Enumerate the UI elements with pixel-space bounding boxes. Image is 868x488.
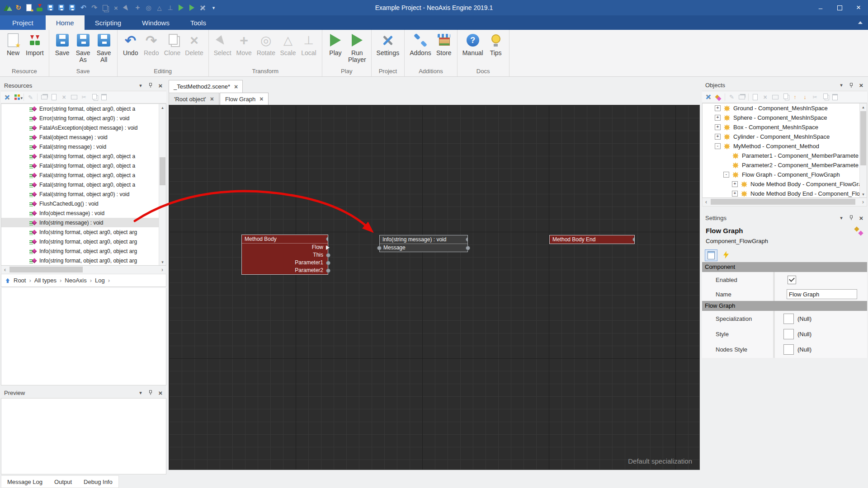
expander-icon[interactable]: + [715,115,721,121]
tab-flow-graph[interactable]: Flow Graph [220,93,269,105]
close-panel-icon[interactable] [158,83,163,88]
new-file-icon[interactable] [24,2,34,13]
save-all-button[interactable]: SaveAll [94,31,114,64]
panel-menu-icon[interactable] [839,83,844,88]
scroll-right-icon[interactable] [859,198,867,206]
output-pin-icon[interactable] [326,261,330,265]
tab-testmethod2-scene[interactable]: _TestMethod2.scene* [169,80,243,93]
local-transform-icon[interactable] [165,2,175,13]
panel-menu-icon[interactable] [138,83,143,88]
run-player-icon[interactable] [187,2,197,13]
output-pin-icon[interactable] [466,246,470,250]
resources-tree[interactable]: Error(string format, object arg0, object… [1,103,166,266]
scroll-left-icon[interactable] [1,266,9,273]
scroll-down-icon[interactable] [860,191,867,197]
up-level-icon[interactable] [5,278,10,283]
resource-item[interactable]: FlushCachedLog() : void [1,199,166,208]
reference-value-box[interactable] [783,344,794,355]
expander-icon[interactable]: + [715,134,721,140]
move-up-icon[interactable] [791,93,799,101]
save-as-button[interactable]: SaveAs [73,31,93,64]
manual-button[interactable]: Manual [461,31,485,57]
delete-icon[interactable] [60,93,68,101]
play-icon[interactable] [176,2,186,13]
breadcrumb-item-log[interactable]: Log [95,277,110,284]
tab-debug-info[interactable]: Debug Info [78,476,118,488]
node-info-string-message[interactable]: Info(string message) : void Message [379,235,468,252]
close-panel-icon[interactable] [158,390,163,395]
tab-output[interactable]: Output [48,476,78,488]
reference-value-box[interactable] [783,329,794,339]
new-button[interactable]: New [3,31,23,57]
new-object-icon[interactable] [751,93,760,101]
panel-menu-icon[interactable] [138,390,143,395]
refresh-icon[interactable] [14,2,23,13]
edit-icon[interactable] [727,93,736,101]
reference-value-box[interactable] [783,314,794,324]
copy-icon[interactable] [821,93,829,101]
minimize-button[interactable] [811,0,830,15]
paste-icon[interactable] [99,93,108,101]
scrollbar-thumb[interactable] [711,199,855,205]
enabled-checkbox[interactable] [788,276,796,284]
tab-project[interactable]: Project [0,15,46,30]
select-button[interactable]: Select [212,31,233,57]
maximize-button[interactable] [830,0,849,15]
tab-events[interactable] [720,249,732,260]
pin-icon[interactable] [148,390,153,395]
resource-item[interactable]: Fatal(string format, object arg0, object… [1,151,166,161]
objects-tree[interactable]: +Ground - Component_MeshInSpace +Sphere … [702,103,867,198]
select-icon[interactable] [122,2,132,13]
output-pin-icon[interactable] [632,237,634,242]
play-button[interactable]: Play [326,31,345,57]
redo-icon[interactable] [90,2,99,13]
duplicate-icon[interactable] [737,93,746,101]
tab-root-object[interactable]: 'Root object' [169,93,219,105]
save-button[interactable]: Save [52,31,72,57]
run-player-button[interactable]: RunPlayer [346,31,368,64]
expander-icon[interactable]: - [715,143,721,149]
move-down-icon[interactable] [801,93,809,101]
ribbon-collapse-icon[interactable] [853,15,868,30]
scroll-left-icon[interactable] [703,198,710,206]
scale-button[interactable]: Scale [278,31,298,57]
object-item-mymethod[interactable]: -MyMethod - Component_Method [703,141,866,151]
resource-item[interactable]: Fatal(string format, object arg0, object… [1,161,166,170]
save-as-icon[interactable] [57,2,66,13]
settings-icon[interactable] [198,2,208,13]
import-icon[interactable] [35,2,45,13]
cut-icon[interactable] [80,93,88,101]
object-item-node-method-body[interactable]: +Node Method Body - Component_FlowGra [703,179,867,189]
resource-item[interactable]: Info(string format, object arg0, object … [1,227,166,237]
paste-icon[interactable] [830,93,839,101]
vertical-scrollbar[interactable] [859,103,867,197]
output-pin-icon[interactable] [326,253,330,258]
resource-item[interactable]: Fatal(string format, object arg0, object… [1,180,166,189]
horizontal-scrollbar[interactable] [1,266,166,274]
local-button[interactable]: Local [299,31,319,57]
node-method-body-end[interactable]: Method Body End [549,235,635,244]
close-tab-icon[interactable] [210,95,214,103]
add-component-icon[interactable] [714,93,722,101]
object-item-parameter1[interactable]: Parameter1 - Component_MemberParamete [703,151,867,160]
expander-icon[interactable]: + [732,191,738,197]
object-item-ground[interactable]: +Ground - Component_MeshInSpace [703,103,866,113]
pin-icon[interactable] [148,83,153,88]
cut-icon[interactable] [811,93,819,101]
scrollbar-thumb[interactable] [160,157,165,185]
input-pin-icon[interactable] [377,246,382,250]
delete-icon[interactable] [111,2,121,13]
object-item-parameter2[interactable]: Parameter2 - Component_MemberParamete [703,160,867,170]
expander-icon[interactable]: - [723,172,729,178]
expander-icon[interactable]: + [715,105,721,111]
node-method-body[interactable]: Method Body Flow This Parameter1 Paramet… [241,235,328,275]
scroll-up-icon[interactable] [159,104,166,111]
breadcrumb-item-neoaxis[interactable]: NeoAxis [65,277,92,284]
save-icon[interactable] [46,2,56,13]
tab-home[interactable]: Home [46,15,85,30]
output-pin-icon[interactable] [326,237,328,241]
breadcrumb-item-all-types[interactable]: All types [34,277,61,284]
resource-item[interactable]: Error(string format, object arg0) : void [1,113,166,123]
resource-item[interactable]: Fatal(object message) : void [1,132,166,142]
tab-properties[interactable] [705,249,717,261]
